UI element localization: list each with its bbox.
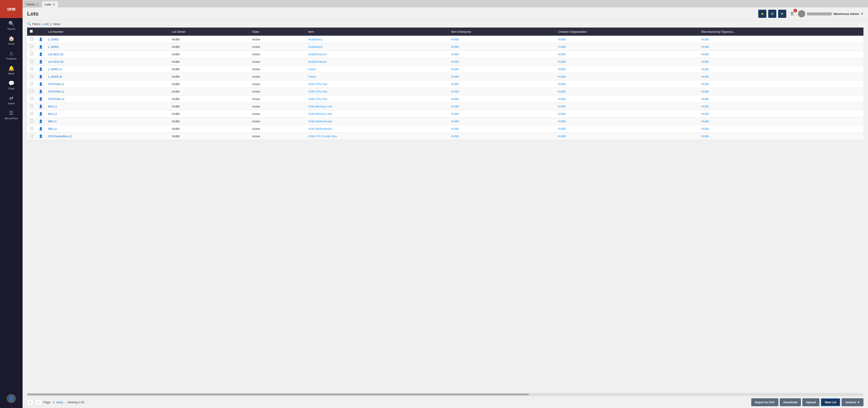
row-checkbox[interactable] (30, 97, 33, 100)
creation-org-link[interactable]: HUB6 (558, 45, 566, 49)
row-checkbox-cell[interactable] (27, 73, 36, 81)
row-enterprise[interactable]: HUB6 (448, 65, 556, 73)
user-dropdown-arrow[interactable]: ▼ (861, 12, 864, 15)
row-checkbox[interactable] (30, 120, 33, 122)
row-item[interactable]: ASM Memory Unit (306, 110, 448, 118)
creation-org-link[interactable]: HUB6 (558, 67, 566, 71)
row-checkbox-cell[interactable] (27, 43, 36, 51)
row-creation-org[interactable]: HUB6 (555, 103, 699, 110)
item-link[interactable]: ASM CPU Cooler Box (308, 134, 337, 138)
enterprise-link[interactable]: HUB6 (451, 83, 459, 86)
row-lot-number[interactable]: CPUFAN-L2 (45, 88, 169, 95)
lot-number-link[interactable]: L-10001 (48, 38, 59, 41)
table-row[interactable]: 👤 MU-L1 HUB6 Active ASM Memory Unit HUB6… (27, 103, 864, 110)
item-link[interactable]: ASM CPU Fan (308, 83, 328, 86)
row-checkbox-cell[interactable] (27, 65, 36, 73)
row-creation-org[interactable]: HUB6 (555, 118, 699, 125)
row-item[interactable]: ASM CPU Cooler Box (306, 132, 448, 140)
col-item-enterprise[interactable]: Item Enterprise (448, 28, 556, 36)
creation-org-link[interactable]: HUB6 (558, 90, 566, 93)
row-mfg-org[interactable]: HUB6 (699, 58, 864, 65)
mfg-org-link[interactable]: HUB6 (701, 67, 709, 71)
row-creation-org[interactable]: HUB6 (555, 95, 699, 103)
table-row[interactable]: 👤 L-10001 HUB6 Active Hub6Item1 HUB6 HUB… (27, 36, 864, 43)
table-row[interactable]: 👤 L-10001-A HUB6 Active Fabric HUB6 HUB6… (27, 65, 864, 73)
row-checkbox-cell[interactable] (27, 110, 36, 118)
item-link[interactable]: ASM Motherboard (308, 127, 332, 130)
mfg-org-link[interactable]: HUB6 (701, 134, 709, 138)
row-checkbox-cell[interactable] (27, 125, 36, 132)
row-enterprise[interactable]: HUB6 (448, 103, 556, 110)
row-creation-org[interactable]: HUB6 (555, 58, 699, 65)
row-mfg-org[interactable]: HUB6 (699, 73, 864, 81)
row-mfg-org[interactable]: HUB6 (699, 43, 864, 51)
actions-button[interactable]: Actions ▼ (842, 398, 864, 406)
enterprise-link[interactable]: HUB6 (451, 112, 459, 116)
row-checkbox-cell[interactable] (27, 36, 36, 43)
item-link[interactable]: ASM CPU Fan (308, 97, 328, 101)
row-creation-org[interactable]: HUB6 (555, 51, 699, 58)
row-item[interactable]: Fabric (306, 73, 448, 81)
row-mfg-org[interactable]: HUB6 (699, 118, 864, 125)
col-mfg-org[interactable]: Manufacturing Organiza... (699, 28, 864, 36)
row-enterprise[interactable]: HUB6 (448, 58, 556, 65)
row-checkbox-cell[interactable] (27, 118, 36, 125)
row-mfg-org[interactable]: HUB6 (699, 110, 864, 118)
row-mfg-org[interactable]: HUB6 (699, 81, 864, 88)
row-creation-org[interactable]: HUB6 (555, 88, 699, 95)
table-row[interactable]: 👤 CPUFAN-L3 HUB6 Active ASM CPU Fan HUB6… (27, 95, 864, 103)
row-item[interactable]: ASM CPU Fan (306, 88, 448, 95)
row-enterprise[interactable]: HUB6 (448, 110, 556, 118)
table-row[interactable]: 👤 CPUFAN-L2 HUB6 Active ASM CPU Fan HUB6… (27, 88, 864, 95)
lot-number-link[interactable]: CPUCoolerBox-L1 (48, 134, 72, 138)
table-row[interactable]: 👤 LN-2512-01 HUB6 Active Hub6FGItem4 HUB… (27, 58, 864, 65)
creation-org-link[interactable]: HUB6 (558, 38, 566, 41)
enterprise-link[interactable]: HUB6 (451, 38, 459, 41)
col-checkbox[interactable] (27, 28, 36, 36)
row-checkbox[interactable] (30, 45, 33, 48)
creation-org-link[interactable]: HUB6 (558, 112, 566, 116)
enterprise-link[interactable]: HUB6 (451, 120, 459, 123)
row-checkbox[interactable] (30, 82, 33, 85)
row-mfg-org[interactable]: HUB6 (699, 65, 864, 73)
table-row[interactable]: 👤 LN-2612-01 HUB6 Active Hub6FGItem4 HUB… (27, 51, 864, 58)
row-lot-number[interactable]: L-10001-A (45, 65, 169, 73)
lot-number-link[interactable]: L-10001-A (48, 67, 62, 71)
row-mfg-org[interactable]: HUB6 (699, 95, 864, 103)
row-item[interactable]: ASM Motherboard (306, 118, 448, 125)
table-row[interactable]: 👤 L-10001-B HUB6 Active Fabric HUB6 HUB6… (27, 73, 864, 81)
creation-org-link[interactable]: HUB6 (558, 83, 566, 86)
lot-number-link[interactable]: MU-L1 (48, 105, 57, 108)
col-item[interactable]: Item (306, 28, 448, 36)
creation-org-link[interactable]: HUB6 (558, 53, 566, 56)
row-enterprise[interactable]: HUB6 (448, 81, 556, 88)
mfg-org-link[interactable]: HUB6 (701, 97, 709, 101)
item-link[interactable]: Fabric (308, 75, 316, 79)
lot-number-link[interactable]: CPUFAN-L1 (48, 83, 64, 86)
sidebar-item-switch[interactable]: ⇄ Switch (0, 93, 23, 107)
row-creation-org[interactable]: HUB6 (555, 81, 699, 88)
row-enterprise[interactable]: HUB6 (448, 51, 556, 58)
row-lot-number[interactable]: LN-2612-01 (45, 51, 169, 58)
lot-number-link[interactable]: CPUFAN-L2 (48, 90, 64, 93)
prev-page-button[interactable]: ‹ (27, 399, 33, 406)
item-link[interactable]: Hub6FGItem4 (308, 60, 327, 63)
row-mfg-org[interactable]: HUB6 (699, 103, 864, 110)
row-item[interactable]: ASM Memory Unit (306, 103, 448, 110)
row-enterprise[interactable]: HUB6 (448, 73, 556, 81)
row-item[interactable]: Hub6Item2 (306, 43, 448, 51)
creation-org-link[interactable]: HUB6 (558, 75, 566, 79)
menu-button[interactable]: ☰ 1 (788, 10, 796, 18)
enterprise-link[interactable]: HUB6 (451, 60, 459, 63)
mfg-org-link[interactable]: HUB6 (701, 75, 709, 79)
item-link[interactable]: Hub6Item2 (308, 45, 323, 49)
row-creation-org[interactable]: HUB6 (555, 73, 699, 81)
sidebar-item-user-avatar[interactable]: 👤 (0, 391, 23, 406)
enterprise-link[interactable]: HUB6 (451, 105, 459, 108)
creation-org-link[interactable]: HUB6 (558, 134, 566, 138)
row-creation-org[interactable]: HUB6 (555, 36, 699, 43)
item-link[interactable]: ASM Memory Unit (308, 105, 332, 108)
col-state[interactable]: State (249, 28, 306, 36)
table-row[interactable]: 👤 CPUCoolerBox-L1 HUB6 Active ASM CPU Co… (27, 132, 864, 140)
row-mfg-org[interactable]: HUB6 (699, 125, 864, 132)
